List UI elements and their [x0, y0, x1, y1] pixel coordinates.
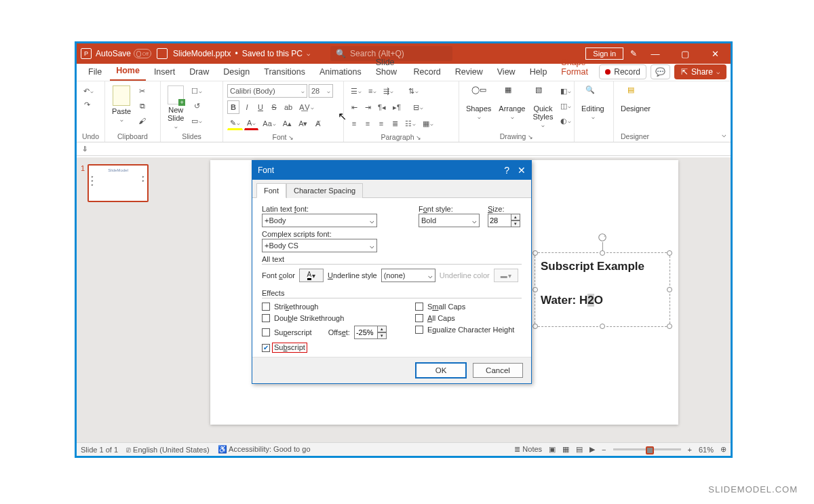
- language-indicator[interactable]: ⎚ English (United States): [126, 446, 210, 454]
- close-button[interactable]: ✕: [703, 49, 726, 59]
- cancel-button[interactable]: Cancel: [473, 363, 523, 378]
- tab-view[interactable]: View: [491, 63, 522, 81]
- numbering-button[interactable]: ≡⌵: [366, 84, 379, 98]
- tab-animations[interactable]: Animations: [313, 63, 368, 81]
- shapes-button[interactable]: ◯▭Shapes⌵: [463, 84, 494, 121]
- filename-area[interactable]: SlideModel.pptx • Saved to this PC ⌵: [173, 49, 310, 58]
- redo-button[interactable]: ↷: [81, 98, 93, 111]
- editing-button[interactable]: 🔍Editing⌵: [579, 84, 607, 121]
- tab-home[interactable]: Home: [110, 62, 146, 81]
- dialog-close-button[interactable]: ✕: [518, 165, 526, 176]
- tab-slideshow[interactable]: Slide Show: [370, 54, 406, 81]
- notes-button[interactable]: ≣ Notes: [514, 445, 542, 454]
- sorter-view-button[interactable]: ▦: [562, 445, 569, 454]
- designer-button[interactable]: ▤Designer: [618, 84, 653, 114]
- tab-help[interactable]: Help: [524, 63, 554, 81]
- slide-indicator[interactable]: Slide 1 of 1: [81, 446, 118, 454]
- format-painter-button[interactable]: 🖌: [136, 114, 149, 128]
- equalize-height-checkbox[interactable]: Equalize Character Height: [415, 326, 514, 334]
- save-icon[interactable]: [157, 48, 168, 59]
- record-button[interactable]: Record: [599, 64, 646, 79]
- zoom-in-button[interactable]: +: [688, 446, 692, 454]
- rotate-handle-icon[interactable]: [598, 233, 607, 242]
- align-right-button[interactable]: ≡: [375, 117, 387, 130]
- clear-format-button[interactable]: A̸: [312, 117, 324, 130]
- cut-button[interactable]: ✂: [136, 84, 149, 98]
- autosave-toggle[interactable]: AutoSave Off: [96, 49, 151, 58]
- ltr-button[interactable]: ¶◂: [375, 100, 389, 114]
- tab-shape-format[interactable]: Shape Format: [555, 54, 597, 81]
- change-case-button[interactable]: Aa⌵: [260, 117, 278, 130]
- subscript-checkbox[interactable]: ✔Subscript: [262, 343, 388, 353]
- ok-button[interactable]: OK: [416, 363, 466, 378]
- strike-button[interactable]: S: [268, 100, 280, 114]
- font-size-select[interactable]: 28⌵: [309, 84, 333, 98]
- smartart-button[interactable]: ▦⌵: [420, 117, 436, 130]
- latin-font-select[interactable]: +Body⌵: [262, 214, 377, 227]
- layout-button[interactable]: ☐⌵: [189, 84, 205, 98]
- all-caps-checkbox[interactable]: All Caps: [415, 314, 514, 322]
- tab-transitions[interactable]: Transitions: [258, 63, 311, 81]
- zoom-out-button[interactable]: −: [602, 446, 606, 454]
- small-caps-checkbox[interactable]: Small Caps: [415, 303, 514, 311]
- tab-record[interactable]: Record: [407, 63, 446, 81]
- paste-button[interactable]: Paste⌵: [109, 84, 134, 124]
- share-button[interactable]: ⇱ Share ⌵: [674, 64, 726, 79]
- increase-indent-button[interactable]: ⇥: [362, 100, 374, 114]
- undo-button[interactable]: ↶⌵: [81, 84, 96, 98]
- superscript-checkbox[interactable]: Superscript Offset: ▴▾: [262, 326, 388, 339]
- font-size-spinner[interactable]: ▴▾: [488, 214, 522, 227]
- section-button[interactable]: ▭⌵: [189, 114, 205, 128]
- dialog-tab-font[interactable]: Font: [256, 183, 286, 198]
- decrease-indent-button[interactable]: ⇤: [348, 100, 360, 114]
- arrange-button[interactable]: ▦Arrange⌵: [496, 84, 528, 121]
- accessibility-indicator[interactable]: ♿ Accessibility: Good to go: [218, 445, 311, 454]
- font-style-select[interactable]: Bold⌵: [419, 214, 480, 227]
- textbox-selected[interactable]: Subscript Example Water: H2O: [535, 252, 670, 327]
- align-left-button[interactable]: ≡: [348, 117, 360, 130]
- grow-font-button[interactable]: A▴: [280, 117, 294, 130]
- complex-font-select[interactable]: +Body CS⌵: [262, 239, 377, 252]
- shape-effects-button[interactable]: ◐⌵: [558, 114, 574, 128]
- slide-thumbnail[interactable]: SlideModel ▸▸ ▸▸ ▸: [88, 164, 149, 202]
- font-color-button-dlg[interactable]: A▾: [299, 269, 324, 282]
- slide-canvas-area[interactable]: odel Subscript Example Water: H2O: [158, 157, 731, 442]
- text-direction-button[interactable]: ⇅⌵: [406, 84, 421, 98]
- double-strike-checkbox[interactable]: Double Strikethrough: [262, 314, 388, 322]
- dialog-titlebar[interactable]: Font ? ✕: [252, 161, 531, 180]
- collapse-ribbon-button[interactable]: ⌵: [722, 130, 726, 139]
- tab-design[interactable]: Design: [217, 63, 256, 81]
- comments-button[interactable]: 💬: [651, 64, 670, 79]
- qat-customize-button[interactable]: ⇩: [82, 145, 88, 153]
- align-center-button[interactable]: ≡: [362, 117, 374, 130]
- normal-view-button[interactable]: ▣: [549, 445, 556, 454]
- minimize-button[interactable]: —: [644, 49, 667, 59]
- shape-outline-button[interactable]: ◫⌵: [558, 99, 574, 113]
- dialog-tab-spacing[interactable]: Character Spacing: [286, 183, 363, 198]
- reading-view-button[interactable]: ▤: [576, 445, 583, 454]
- shadow-button[interactable]: ab: [282, 100, 295, 114]
- list-level-button[interactable]: ⇶⌵: [381, 84, 396, 98]
- draw-mode-icon[interactable]: ✎: [630, 49, 637, 58]
- bullets-button[interactable]: ☰⌵: [348, 84, 364, 98]
- dialog-help-button[interactable]: ?: [504, 165, 509, 176]
- copy-button[interactable]: ⧉: [136, 99, 149, 113]
- columns-button[interactable]: ☷⌵: [402, 117, 419, 130]
- bold-button[interactable]: B: [227, 100, 239, 114]
- align-text-button[interactable]: ⊟⌵: [410, 100, 426, 114]
- zoom-slider[interactable]: [613, 448, 681, 450]
- tab-file[interactable]: File: [82, 63, 108, 81]
- tab-draw[interactable]: Draw: [183, 63, 215, 81]
- italic-button[interactable]: I: [241, 100, 253, 114]
- reset-button[interactable]: ↺: [189, 99, 205, 113]
- new-slide-button[interactable]: + New Slide⌵: [165, 84, 187, 131]
- tab-review[interactable]: Review: [449, 63, 489, 81]
- slideshow-view-button[interactable]: ▶: [589, 445, 595, 454]
- shape-fill-button[interactable]: ◧⌵: [558, 84, 574, 98]
- justify-button[interactable]: ≣: [389, 117, 401, 130]
- char-spacing-button[interactable]: A͟V⌵: [296, 100, 316, 114]
- maximize-button[interactable]: ▢: [674, 49, 697, 59]
- underline-style-select[interactable]: (none)⌵: [381, 269, 435, 282]
- zoom-percent[interactable]: 61%: [699, 446, 714, 454]
- underline-button[interactable]: U: [254, 100, 267, 114]
